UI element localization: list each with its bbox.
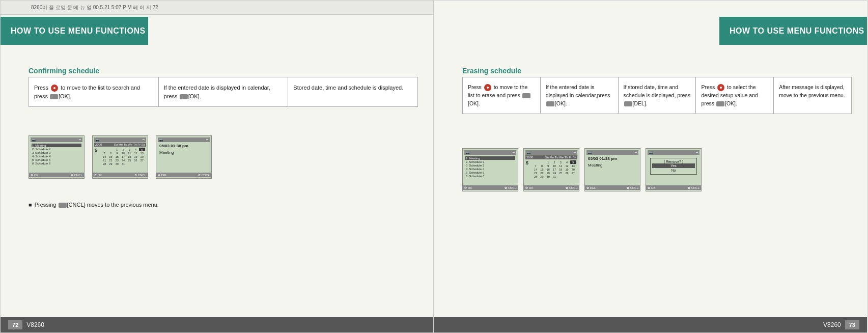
cal-signal-icon: ▪▪ <box>143 138 145 142</box>
cal-month-label: Su Mo Tu We Th Fr Sa <box>114 143 145 146</box>
erase-screen-cal-content: 📷 ▪▪ 2000 Su Mo Tu We Th Fr Sa 5 1 2 3 <box>524 149 579 191</box>
erase-flat-btn-2 <box>546 101 554 106</box>
erase-cal-year: 2000 <box>526 156 533 159</box>
erase-cell-4: Press to select the desired setup value … <box>696 77 774 114</box>
meeting-list: 1Meeting 2Schedule 2 3Schedule 3 4Schedu… <box>31 143 82 166</box>
confirm-text-1: Press to move to the list to search and … <box>34 85 140 99</box>
erase-signal-2: ▪▪ <box>574 151 576 154</box>
erase-cell-3: If stored date, time and schedule is dis… <box>619 77 696 114</box>
erase-cal-grid: 1 2 3 4 5 7 8 9 10 11 12 13 14 15 <box>532 160 577 178</box>
erase-screen-meeting: 📷 ▪▪ 1Meeting 2Schedule 2 3Schedule 3 4S… <box>462 148 518 191</box>
erase-camera-icon-2: 📷 <box>527 151 530 154</box>
remove-footer-ok: ✿ OK <box>648 186 655 189</box>
meeting-item-5: 5Schedule 5 <box>32 158 81 161</box>
erase-flat-btn-3 <box>624 101 632 106</box>
screen-time-titlebar: 📷 ▪▪ <box>158 137 210 142</box>
left-model: V8260 <box>26 321 44 328</box>
erase-cal-footer-cncl: ✿ CNCL <box>566 186 577 189</box>
confirm-screens-row: 📷 ▪▪ 1Meeting 2Schedule 2 3Schedule 3 4S… <box>29 135 418 179</box>
red-btn-1 <box>51 85 58 92</box>
cal-footer-cncl: ✿ CNCL <box>134 173 146 177</box>
remove-no: No <box>652 168 695 173</box>
erase-time-date: 05/03 01:38 pm <box>586 155 638 162</box>
erase-signal-1: ▪▪ <box>513 151 515 154</box>
screen-cal-titlebar: 📷 ▪▪ <box>94 137 146 142</box>
erase-camera-icon-1: 📷 <box>466 151 469 154</box>
remove-title: [ Remove? ] <box>652 160 695 163</box>
erase-footer-ok-1: ✿ OK <box>464 186 472 189</box>
flat-btn-1 <box>50 94 58 99</box>
remove-yes: Yes <box>652 163 695 168</box>
confirm-cell-3: Stored date, time and schedule is displa… <box>288 77 417 106</box>
erase-time-label: Meeting <box>586 162 638 169</box>
erase-screen-titlebar-2: 📷 ▪▪ <box>525 150 577 155</box>
erase-camera-icon-3: 📷 <box>588 151 592 154</box>
meeting-item-3: 3Schedule 3 <box>32 151 81 154</box>
meeting-item-4: 4Schedule 4 <box>32 154 81 158</box>
erase-cell-5: After message is displayed, move to the … <box>774 77 851 114</box>
time-signal-icon: ▪▪ <box>206 138 208 142</box>
time-meeting-label: Meeting <box>158 149 210 156</box>
erase-screen-remove: 📷 ▪▪ [ Remove? ] Yes No ✿ OK ✿ CNCL <box>646 148 702 191</box>
erase-cal-footer-ok: ✿ OK <box>525 186 533 189</box>
cal-footer-ok: ✿ OK <box>94 173 102 177</box>
time-date: 05/03 01:38 pm <box>158 143 210 149</box>
cal-month-num: 5 <box>95 148 100 153</box>
screen-calendar-content: 📷 ▪▪ 2000 Su Mo Tu We Th Fr Sa 5 1 2 3 <box>93 136 148 178</box>
erase-cell-1: Press to move to the list to erase and p… <box>463 77 541 114</box>
erase-red-btn-1 <box>484 84 491 91</box>
screen-time: 📷 ▪▪ 05/03 01:38 pm Meeting ✿ DEL ✿ CNCL <box>156 135 212 179</box>
erase-screen-time-content: 📷 ▪▪ 05/03 01:38 pm Meeting ✿ DEL ✿ CNCL <box>585 149 640 191</box>
erase-signal-3: ▪▪ <box>635 151 637 154</box>
erase-footer-cncl-1: ✿ CNCL <box>505 186 516 189</box>
erase-meeting-item-3: 3Schedule 3 <box>465 163 515 167</box>
erase-cell-2: If the entered date is displayed in cale… <box>541 77 619 114</box>
erase-camera-icon-4: 📷 <box>649 151 653 154</box>
left-page: 8260이 플 로잉 문 메 뉴 얼 00.5.21 5:07 P M 페 이 … <box>0 0 434 333</box>
flat-btn-cncl <box>59 203 67 208</box>
erase-screen-titlebar-4: 📷 ▪▪ <box>648 150 699 155</box>
erase-meeting-item-5: 5Schedule 5 <box>465 171 515 174</box>
erase-meeting-item-1: 1Meeting <box>465 156 515 160</box>
left-header-text: HOW TO USE MENU FUNCTIONS <box>11 26 146 36</box>
screen-time-content: 📷 ▪▪ 05/03 01:38 pm Meeting ✿ DEL ✿ CNCL <box>156 136 211 178</box>
remove-footer-cncl: ✿ CNCL <box>688 186 699 189</box>
erase-screen-time-footer: ✿ DEL ✿ CNCL <box>585 185 640 190</box>
erase-screens-row: 📷 ▪▪ 1Meeting 2Schedule 2 3Schedule 3 4S… <box>462 148 852 191</box>
erase-flat-btn-4 <box>716 101 724 106</box>
bullet: ■ <box>29 202 32 208</box>
remove-dialog-box: [ Remove? ] Yes No <box>650 158 697 175</box>
erase-flat-btn-1 <box>522 93 530 98</box>
time-camera-icon: 📷 <box>159 138 163 142</box>
cal-header: 2000 Su Mo Tu We Th Fr Sa <box>94 143 146 147</box>
erase-meeting-list: 1Meeting 2Schedule 2 3Schedule 3 4Schedu… <box>464 155 516 179</box>
erase-red-btn-2 <box>717 84 724 91</box>
screen-camera-icon: 📷 <box>32 138 36 142</box>
erase-cal-label: Su Mo Tu We Th Fr Sa <box>545 156 576 159</box>
right-page: HOW TO USE MENU FUNCTIONS Erasing schedu… <box>434 0 867 333</box>
erase-screen-titlebar-3: 📷 ▪▪ <box>586 150 638 155</box>
erase-time-del: ✿ DEL <box>586 186 596 189</box>
left-section-title: Confirming schedule <box>29 67 99 75</box>
footer-cncl: ✿ CNCL <box>71 173 82 177</box>
confirm-text-3: Stored date, time and schedule is displa… <box>293 85 403 91</box>
time-footer-cncl: ✿ CNCL <box>198 173 210 177</box>
right-page-number: 73 <box>845 320 859 329</box>
screen-meeting-list: 📷 ▪▪ 1Meeting 2Schedule 2 3Schedule 3 4S… <box>29 135 85 179</box>
screen-signal-icon: ▪▪ <box>79 138 81 142</box>
erase-screen-cal-footer: ✿ OK ✿ CNCL <box>524 185 579 190</box>
screen-cal-footer: ✿ OK ✿ CNCL <box>93 173 148 177</box>
erase-meeting-item-2: 2Schedule 2 <box>465 160 515 163</box>
meeting-item-6: 6Schedule 6 <box>32 161 81 165</box>
right-model: V8260 <box>823 321 841 328</box>
screen-meeting-footer: ✿ OK ✿ CNCL <box>29 173 84 177</box>
confirm-cell-1: Press to move to the list to search and … <box>29 77 159 106</box>
erase-screen-remove-footer: ✿ OK ✿ CNCL <box>646 185 701 190</box>
time-footer-del: ✿ DEL <box>158 173 167 177</box>
erase-cal-header: 2000 Su Mo Tu We Th Fr Sa <box>525 155 577 159</box>
left-header-banner: HOW TO USE MENU FUNCTIONS <box>1 17 148 45</box>
erase-screen-calendar: 📷 ▪▪ 2000 Su Mo Tu We Th Fr Sa 5 1 2 3 <box>523 148 579 191</box>
screen-meeting-titlebar: 📷 ▪▪ <box>31 137 82 142</box>
right-header-banner: HOW TO USE MENU FUNCTIONS <box>719 17 867 45</box>
left-page-number: 72 <box>8 320 22 329</box>
